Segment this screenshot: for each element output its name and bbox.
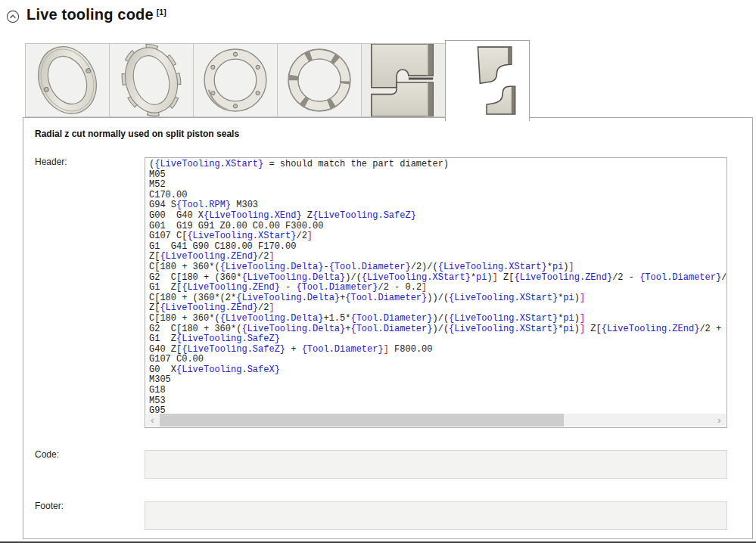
- code-line: G40 Z[{LiveTooling.SafeZ} + {Tool.Diamet…: [149, 345, 726, 355]
- code-line: G2 C[180 + (360*{LiveTooling.Delta})/({L…: [149, 273, 726, 284]
- code-line: G18: [149, 386, 726, 396]
- code-line: G2 C[180 + 360*({LiveTooling.Delta}+{Too…: [149, 324, 726, 335]
- code-input[interactable]: [145, 450, 727, 479]
- content-panel: Radial z cut normally used on split pist…: [23, 117, 753, 539]
- header-code-editor[interactable]: ({LiveTooling.XStart} = should match the…: [145, 157, 727, 428]
- part-type-tabs: [25, 43, 530, 121]
- code-line: G0 X{LiveTooling.SafeX}: [149, 365, 726, 376]
- code-line: G1 Z[{LiveTooling.ZEnd} - {Tool.Diameter…: [149, 283, 726, 293]
- code-line: G107 C0.00: [149, 355, 726, 365]
- section-description: Radial z cut normally used on split pist…: [35, 129, 239, 139]
- tab-ring-drilled[interactable]: [193, 43, 278, 117]
- section-divider: [0, 541, 756, 543]
- code-label: Code:: [35, 449, 59, 460]
- code-line: M05: [149, 170, 726, 181]
- code-line: G107 C[{LiveTooling.XStart}/2]: [149, 231, 726, 242]
- scroll-left-icon[interactable]: ‹: [146, 414, 159, 427]
- code-line: M53: [149, 396, 726, 407]
- scrollbar-thumb[interactable]: [160, 414, 564, 427]
- footer-label: Footer:: [35, 501, 64, 511]
- tab-ring-angled[interactable]: [25, 43, 110, 117]
- footer-input[interactable]: [145, 501, 727, 530]
- header-code-text: ({LiveTooling.XStart} = should match the…: [149, 160, 726, 414]
- header-label: Header:: [35, 157, 67, 167]
- ring-castellated-icon: [110, 44, 193, 116]
- section-header: Live tooling code [1]: [6, 6, 166, 23]
- page-title-superscript: [1]: [157, 8, 166, 17]
- code-line: G1 G41 G90 C180.00 F170.00: [149, 242, 726, 253]
- code-line: G01 G19 G91 Z0.00 C0.00 F300.00: [149, 222, 726, 232]
- code-line: C[180 + 360*({LiveTooling.Delta}+1.5*{To…: [149, 314, 726, 324]
- code-line: C[180 + 360*({LiveTooling.Delta}-{Tool.D…: [149, 262, 726, 273]
- ring-drilled-icon: [194, 44, 277, 116]
- code-line: G94 S{Tool.RPM} M303: [149, 200, 726, 211]
- code-line: M52: [149, 180, 726, 191]
- code-line: ({LiveTooling.XStart} = should match the…: [149, 160, 726, 170]
- code-line: C[180 + (360*(2*{LiveTooling.Delta}+{Too…: [149, 293, 726, 304]
- tab-ring-segmented[interactable]: [277, 43, 362, 117]
- code-line: G00 G40 X{LiveTooling.XEnd} Z{LiveToolin…: [149, 211, 726, 222]
- code-line: Z[{LiveTooling.ZEnd}/2]: [149, 252, 726, 262]
- scroll-right-icon[interactable]: ›: [713, 414, 726, 427]
- tab-joint-closeup[interactable]: [361, 43, 446, 117]
- scrollbar-track[interactable]: [159, 414, 713, 427]
- code-line: G1 Z{LiveTooling.SafeZ}: [149, 334, 726, 345]
- page-title: Live tooling code: [26, 6, 154, 23]
- ring-angled-icon: [26, 44, 109, 116]
- collapse-section-icon[interactable]: [6, 10, 20, 23]
- code-line: C170.00: [149, 191, 726, 201]
- horizontal-scrollbar[interactable]: ‹ ›: [146, 414, 726, 427]
- tab-joint-section[interactable]: [445, 40, 530, 121]
- tab-ring-castellated[interactable]: [109, 43, 194, 117]
- joint-section-icon: [446, 41, 529, 121]
- code-line: M305: [149, 375, 726, 386]
- joint-closeup-icon: [362, 44, 445, 116]
- code-line: G95: [149, 406, 726, 414]
- ring-segmented-icon: [278, 44, 361, 116]
- code-line: Z[{LiveTooling.ZEnd}/2]: [149, 303, 726, 314]
